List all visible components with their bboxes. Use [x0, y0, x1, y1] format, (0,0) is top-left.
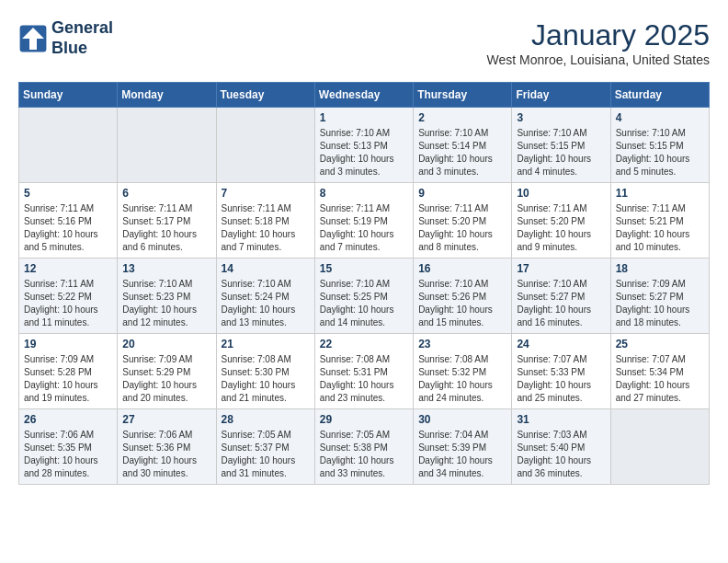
- day-info: Sunrise: 7:10 AM Sunset: 5:15 PM Dayligh…: [517, 127, 605, 178]
- day-info: Sunrise: 7:11 AM Sunset: 5:17 PM Dayligh…: [122, 202, 210, 254]
- calendar-day-cell: 11Sunrise: 7:11 AM Sunset: 5:21 PM Dayli…: [610, 183, 709, 259]
- day-number: 13: [122, 262, 210, 275]
- calendar-day-cell: 13Sunrise: 7:10 AM Sunset: 5:23 PM Dayli…: [118, 259, 216, 334]
- day-info: Sunrise: 7:03 AM Sunset: 5:40 PM Dayligh…: [517, 429, 605, 480]
- day-number: 5: [24, 187, 112, 200]
- day-number: 22: [320, 338, 408, 350]
- calendar-day-cell: [118, 108, 216, 183]
- day-info: Sunrise: 7:09 AM Sunset: 5:27 PM Dayligh…: [616, 278, 704, 329]
- col-header-saturday: Saturday: [610, 83, 709, 108]
- day-info: Sunrise: 7:05 AM Sunset: 5:37 PM Dayligh…: [222, 429, 310, 480]
- col-header-wednesday: Wednesday: [314, 83, 413, 108]
- title-area: January 2025 West Monroe, Louisiana, Uni…: [486, 18, 710, 67]
- calendar-week-row: 5Sunrise: 7:11 AM Sunset: 5:16 PM Daylig…: [19, 183, 710, 259]
- col-header-thursday: Thursday: [414, 83, 512, 108]
- day-number: 4: [616, 111, 704, 124]
- calendar-day-cell: 14Sunrise: 7:10 AM Sunset: 5:24 PM Dayli…: [216, 259, 314, 334]
- day-info: Sunrise: 7:07 AM Sunset: 5:34 PM Dayligh…: [616, 353, 704, 405]
- day-info: Sunrise: 7:10 AM Sunset: 5:26 PM Dayligh…: [418, 278, 506, 329]
- day-number: 27: [122, 413, 210, 426]
- day-number: 19: [24, 338, 112, 350]
- calendar-day-cell: 27Sunrise: 7:06 AM Sunset: 5:36 PM Dayli…: [118, 409, 216, 485]
- calendar-day-cell: 15Sunrise: 7:10 AM Sunset: 5:25 PM Dayli…: [314, 259, 413, 334]
- calendar-day-cell: 28Sunrise: 7:05 AM Sunset: 5:37 PM Dayli…: [216, 409, 314, 485]
- day-info: Sunrise: 7:09 AM Sunset: 5:29 PM Dayligh…: [122, 353, 210, 405]
- day-number: 10: [517, 187, 605, 200]
- calendar-day-cell: 7Sunrise: 7:11 AM Sunset: 5:18 PM Daylig…: [216, 183, 314, 259]
- day-number: 12: [24, 262, 112, 275]
- day-info: Sunrise: 7:07 AM Sunset: 5:33 PM Dayligh…: [517, 353, 605, 405]
- day-number: 14: [222, 262, 310, 275]
- day-info: Sunrise: 7:05 AM Sunset: 5:38 PM Dayligh…: [320, 429, 408, 480]
- calendar-day-cell: 1Sunrise: 7:10 AM Sunset: 5:13 PM Daylig…: [314, 108, 413, 183]
- day-number: 7: [222, 187, 310, 200]
- day-number: 1: [320, 111, 408, 124]
- calendar-day-cell: 16Sunrise: 7:10 AM Sunset: 5:26 PM Dayli…: [414, 259, 512, 334]
- day-info: Sunrise: 7:06 AM Sunset: 5:36 PM Dayligh…: [122, 429, 210, 480]
- day-number: 21: [222, 338, 310, 350]
- calendar-header-row: SundayMondayTuesdayWednesdayThursdayFrid…: [19, 83, 710, 108]
- day-number: 30: [418, 413, 506, 426]
- calendar-week-row: 19Sunrise: 7:09 AM Sunset: 5:28 PM Dayli…: [19, 334, 710, 409]
- calendar-day-cell: 22Sunrise: 7:08 AM Sunset: 5:31 PM Dayli…: [314, 334, 413, 409]
- calendar-day-cell: 19Sunrise: 7:09 AM Sunset: 5:28 PM Dayli…: [19, 334, 118, 409]
- logo-text: General Blue: [51, 18, 113, 58]
- logo: General Blue: [18, 18, 113, 58]
- calendar-day-cell: 18Sunrise: 7:09 AM Sunset: 5:27 PM Dayli…: [610, 259, 709, 334]
- day-info: Sunrise: 7:11 AM Sunset: 5:19 PM Dayligh…: [320, 202, 408, 254]
- calendar-day-cell: 20Sunrise: 7:09 AM Sunset: 5:29 PM Dayli…: [118, 334, 216, 409]
- page-header: General Blue January 2025 West Monroe, L…: [18, 18, 710, 67]
- calendar-week-row: 26Sunrise: 7:06 AM Sunset: 5:35 PM Dayli…: [19, 409, 710, 485]
- day-number: 15: [320, 262, 408, 275]
- col-header-tuesday: Tuesday: [216, 83, 314, 108]
- calendar-table: SundayMondayTuesdayWednesdayThursdayFrid…: [18, 82, 710, 485]
- calendar-day-cell: 25Sunrise: 7:07 AM Sunset: 5:34 PM Dayli…: [610, 334, 709, 409]
- day-info: Sunrise: 7:10 AM Sunset: 5:23 PM Dayligh…: [122, 278, 210, 329]
- calendar-day-cell: 6Sunrise: 7:11 AM Sunset: 5:17 PM Daylig…: [118, 183, 216, 259]
- day-number: 9: [418, 187, 506, 200]
- day-info: Sunrise: 7:09 AM Sunset: 5:28 PM Dayligh…: [24, 353, 112, 405]
- calendar-day-cell: 12Sunrise: 7:11 AM Sunset: 5:22 PM Dayli…: [19, 259, 118, 334]
- calendar-day-cell: 5Sunrise: 7:11 AM Sunset: 5:16 PM Daylig…: [19, 183, 118, 259]
- day-number: 25: [616, 338, 704, 350]
- calendar-day-cell: 9Sunrise: 7:11 AM Sunset: 5:20 PM Daylig…: [414, 183, 512, 259]
- calendar-day-cell: 3Sunrise: 7:10 AM Sunset: 5:15 PM Daylig…: [512, 108, 610, 183]
- day-info: Sunrise: 7:10 AM Sunset: 5:24 PM Dayligh…: [222, 278, 310, 329]
- day-info: Sunrise: 7:11 AM Sunset: 5:20 PM Dayligh…: [418, 202, 506, 254]
- day-info: Sunrise: 7:11 AM Sunset: 5:16 PM Dayligh…: [24, 202, 112, 254]
- day-info: Sunrise: 7:10 AM Sunset: 5:27 PM Dayligh…: [517, 278, 605, 329]
- day-number: 31: [517, 413, 605, 426]
- day-number: 16: [418, 262, 506, 275]
- day-number: 8: [320, 187, 408, 200]
- day-number: 17: [517, 262, 605, 275]
- calendar-day-cell: 26Sunrise: 7:06 AM Sunset: 5:35 PM Dayli…: [19, 409, 118, 485]
- calendar-day-cell: [19, 108, 118, 183]
- calendar-day-cell: [610, 409, 709, 485]
- calendar-day-cell: 24Sunrise: 7:07 AM Sunset: 5:33 PM Dayli…: [512, 334, 610, 409]
- col-header-friday: Friday: [512, 83, 610, 108]
- day-info: Sunrise: 7:04 AM Sunset: 5:39 PM Dayligh…: [418, 429, 506, 480]
- calendar-day-cell: 23Sunrise: 7:08 AM Sunset: 5:32 PM Dayli…: [414, 334, 512, 409]
- col-header-sunday: Sunday: [19, 83, 118, 108]
- col-header-monday: Monday: [118, 83, 216, 108]
- calendar-day-cell: 31Sunrise: 7:03 AM Sunset: 5:40 PM Dayli…: [512, 409, 610, 485]
- day-info: Sunrise: 7:11 AM Sunset: 5:20 PM Dayligh…: [517, 202, 605, 254]
- calendar-day-cell: 21Sunrise: 7:08 AM Sunset: 5:30 PM Dayli…: [216, 334, 314, 409]
- day-info: Sunrise: 7:08 AM Sunset: 5:30 PM Dayligh…: [222, 353, 310, 405]
- day-number: 28: [222, 413, 310, 426]
- day-info: Sunrise: 7:11 AM Sunset: 5:18 PM Dayligh…: [222, 202, 310, 254]
- month-title: January 2025: [486, 18, 710, 52]
- day-info: Sunrise: 7:11 AM Sunset: 5:22 PM Dayligh…: [24, 278, 112, 329]
- day-number: 29: [320, 413, 408, 426]
- day-number: 6: [122, 187, 210, 200]
- calendar-week-row: 1Sunrise: 7:10 AM Sunset: 5:13 PM Daylig…: [19, 108, 710, 183]
- day-number: 11: [616, 187, 704, 200]
- day-number: 3: [517, 111, 605, 124]
- day-info: Sunrise: 7:11 AM Sunset: 5:21 PM Dayligh…: [616, 202, 704, 254]
- day-info: Sunrise: 7:06 AM Sunset: 5:35 PM Dayligh…: [24, 429, 112, 480]
- day-info: Sunrise: 7:10 AM Sunset: 5:25 PM Dayligh…: [320, 278, 408, 329]
- calendar-day-cell: 2Sunrise: 7:10 AM Sunset: 5:14 PM Daylig…: [414, 108, 512, 183]
- day-number: 26: [24, 413, 112, 426]
- day-info: Sunrise: 7:10 AM Sunset: 5:14 PM Dayligh…: [418, 127, 506, 178]
- calendar-day-cell: 17Sunrise: 7:10 AM Sunset: 5:27 PM Dayli…: [512, 259, 610, 334]
